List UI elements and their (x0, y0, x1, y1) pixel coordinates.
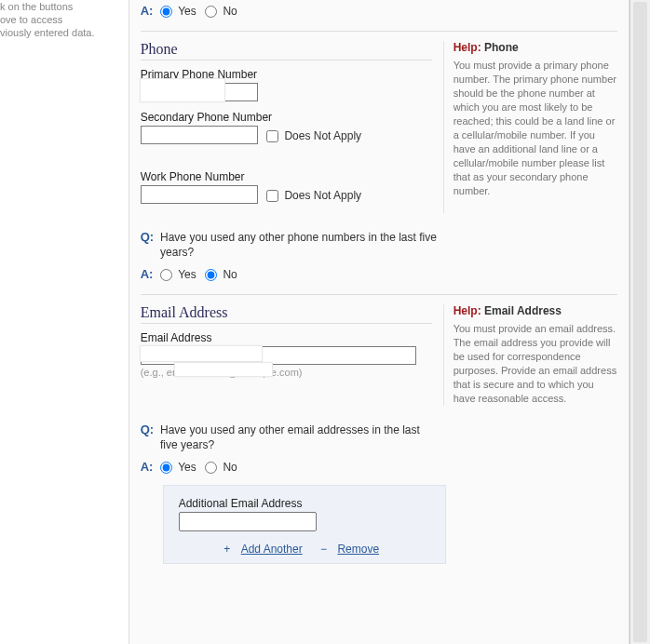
secondary-phone-dna-checkbox[interactable] (266, 130, 278, 142)
main-form-column: A: Yes No Phone (129, 0, 630, 644)
phone-help-body: You must provide a primary phone number.… (454, 59, 617, 198)
secondary-phone-label: Secondary Phone Number (141, 111, 432, 124)
top-answer-yes-option[interactable]: Yes (160, 5, 199, 18)
question-prefix: Q: (141, 230, 157, 244)
left-sidebar-hint: k on the buttons ove to access viously e… (0, 0, 129, 644)
email-answer-no-radio[interactable] (205, 462, 217, 474)
top-answer-no-radio[interactable] (205, 6, 217, 18)
primary-phone-field: Primary Phone Number (141, 68, 432, 101)
work-phone-field: Work Phone Number Does Not Apply (141, 170, 432, 204)
email-help-body: You must provide an email address. The e… (454, 322, 617, 406)
secondary-phone-dna-option[interactable]: Does Not Apply (266, 129, 361, 142)
additional-email-block: Additional Email Address + Add Another −… (163, 485, 446, 564)
plus-icon: + (223, 543, 230, 556)
phone-section: Phone Primary Phone Number Secondary Pho… (141, 41, 617, 213)
hint-line: viously entered data. (0, 26, 125, 39)
additional-email-input[interactable] (179, 512, 317, 531)
work-phone-dna-checkbox[interactable] (266, 190, 278, 202)
phone-answer-no-option[interactable]: No (205, 268, 237, 281)
email-question-text: Have you used any other email addresses … (160, 423, 440, 452)
redaction-overlay (174, 362, 273, 377)
phone-heading: Phone (141, 41, 432, 60)
phone-answer-yes-option[interactable]: Yes (160, 268, 199, 281)
section-divider (141, 294, 617, 295)
email-answer-no-option[interactable]: No (205, 461, 237, 474)
phone-answer-yes-radio[interactable] (160, 269, 172, 281)
email-help-heading: Help: Email Address (454, 304, 617, 318)
work-phone-dna-option[interactable]: Does Not Apply (266, 189, 361, 202)
secondary-phone-field: Secondary Phone Number Does Not Apply (141, 111, 432, 144)
hint-line: k on the buttons (0, 0, 125, 13)
answer-prefix: A: (141, 4, 157, 18)
top-answer-no-option[interactable]: No (205, 5, 237, 18)
email-heading: Email Address (141, 304, 432, 324)
work-phone-input[interactable] (141, 185, 258, 204)
phone-help-heading: Help: Phone (454, 41, 617, 55)
answer-prefix: A: (141, 460, 157, 474)
email-help-panel: Help: Email Address You must provide an … (443, 304, 617, 406)
question-prefix: Q: (141, 423, 157, 436)
email-field: Email Address (e.g., emailaddress@exampl… (141, 331, 432, 378)
email-section: Email Address Email Address (e.g., email… (141, 304, 617, 406)
vertical-scrollbar[interactable] (630, 0, 650, 644)
work-phone-label: Work Phone Number (141, 170, 432, 183)
email-label: Email Address (141, 331, 432, 344)
remove-link[interactable]: Remove (337, 543, 379, 556)
phone-help-panel: Help: Phone You must provide a primary p… (443, 41, 617, 213)
redaction-overlay (140, 345, 263, 362)
email-answer-yes-option[interactable]: Yes (160, 461, 199, 474)
add-another-link[interactable]: Add Another (241, 543, 303, 556)
email-answer-yes-radio[interactable] (160, 462, 172, 474)
minus-icon: − (320, 543, 327, 556)
additional-email-label: Additional Email Address (179, 497, 430, 510)
section-divider (141, 31, 617, 32)
secondary-phone-input[interactable] (141, 126, 258, 144)
answer-prefix: A: (141, 267, 157, 281)
redaction-overlay (140, 78, 225, 102)
phone-answer-no-radio[interactable] (205, 269, 217, 281)
phone-question-text: Have you used any other phone numbers in… (160, 230, 440, 260)
top-answer-yes-radio[interactable] (160, 6, 172, 18)
hint-line: ove to access (0, 13, 125, 26)
